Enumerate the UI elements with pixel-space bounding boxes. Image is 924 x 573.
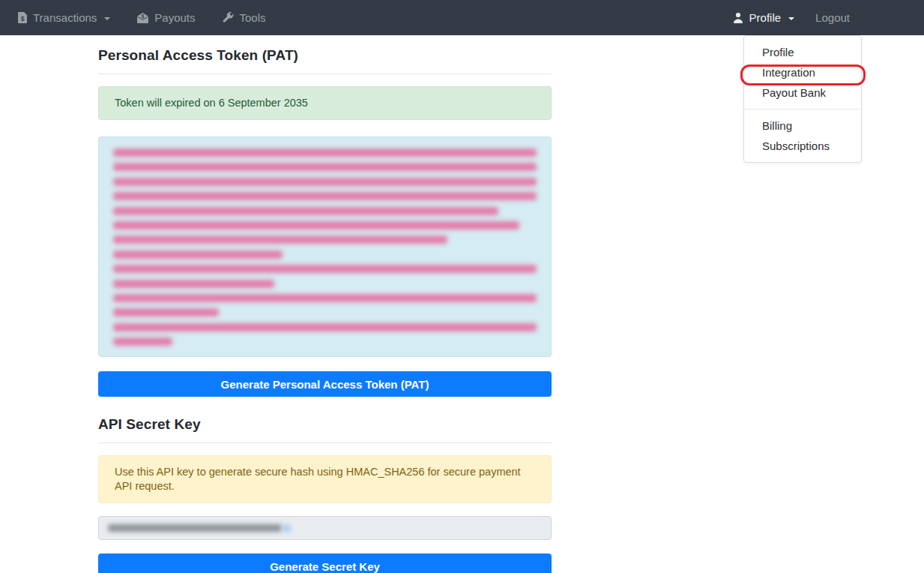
redacted-secret-value [108,524,282,532]
redacted-token-line [113,323,537,332]
menu-item-subscriptions[interactable]: Subscriptions [744,136,861,156]
redacted-token-line [113,221,519,230]
menu-item-billing[interactable]: Billing [744,116,861,136]
main-content: Personal Access Token (PAT) Token will e… [98,35,552,573]
secret-key-field[interactable] [98,516,552,540]
nav-item-label: Tools [240,11,266,24]
redacted-token-line [113,265,537,273]
nav-item-payouts[interactable]: $ Payouts [137,11,195,24]
redacted-value-tail [283,525,291,532]
secret-key-notice: Use this API key to generate secure hash… [98,455,552,503]
chevron-down-icon [788,17,794,20]
nav-item-tools[interactable]: Tools [223,11,266,24]
navbar-right-group: Profile Logout [733,11,850,24]
token-expiry-notice: Token will expired on 6 September 2035 [98,86,552,120]
redacted-token-line [113,192,537,200]
generate-secret-key-button[interactable]: Generate Secret Key [98,554,552,573]
divider [98,74,552,74]
nav-item-profile[interactable]: Profile [733,11,795,24]
redacted-token-line [113,207,498,215]
redacted-token-line [113,280,274,288]
redacted-token-line [113,148,537,157]
profile-dropdown-menu: Profile Integration Payout Bank Billing … [743,35,862,163]
nav-item-transactions[interactable]: $ Transactions [18,11,110,24]
redacted-token-line [113,294,537,302]
svg-text:$: $ [142,14,145,20]
generate-pat-button[interactable]: Generate Personal Access Token (PAT) [98,371,552,397]
menu-divider [744,109,861,110]
pat-section-title: Personal Access Token (PAT) [98,47,552,64]
nav-item-label: Logout [815,11,850,24]
divider [98,442,552,443]
redacted-token-line [113,338,172,346]
nav-item-label: Profile [749,11,782,24]
redacted-token-line [113,163,537,171]
redacted-token-line [113,250,283,259]
navbar-left-group: $ Transactions $ Payouts Tools [18,11,266,24]
navbar: $ Transactions $ Payouts Tools [0,0,924,35]
secret-section-title: API Secret Key [98,416,552,433]
chevron-down-icon [104,17,110,20]
nav-item-logout[interactable]: Logout [815,11,850,24]
menu-item-integration[interactable]: Integration [744,62,861,82]
nav-item-label: Transactions [33,11,97,24]
wrench-icon [223,12,234,23]
user-icon [733,12,743,23]
redacted-token-line [113,178,537,186]
nav-item-label: Payouts [154,11,195,24]
redacted-token-line [113,308,219,316]
file-invoice-dollar-icon: $ [18,12,27,23]
redacted-token-display [98,136,552,357]
svg-text:$: $ [21,15,25,22]
menu-item-payout-bank[interactable]: Payout Bank [744,82,861,103]
redacted-token-line [113,236,447,244]
menu-item-profile[interactable]: Profile [744,42,861,62]
envelope-open-dollar-icon: $ [137,13,148,23]
